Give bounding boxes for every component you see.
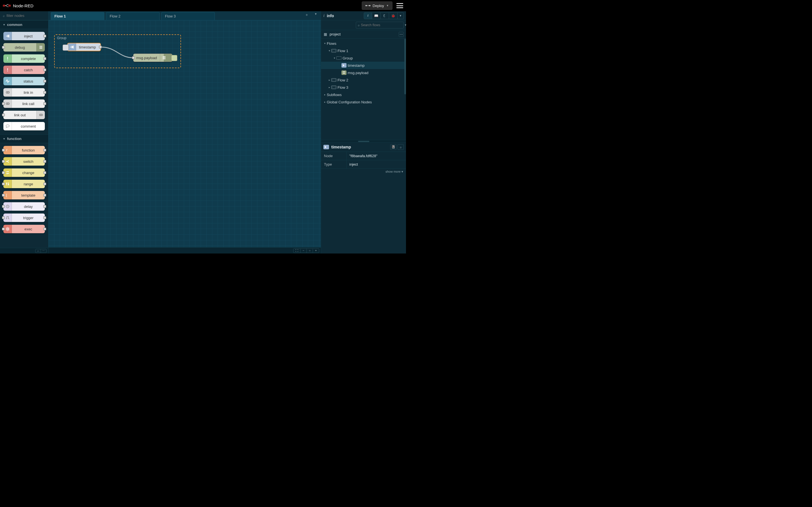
port-icon[interactable] [132,56,135,59]
tab-flow-2[interactable]: Flow 2 [106,12,160,20]
port-icon [2,102,5,105]
prop-val-type: inject [347,160,406,168]
palette-node-function[interactable]: f function [3,146,45,154]
link-icon [3,88,12,97]
svg-rect-12 [7,71,8,71]
sidebar-split-handle[interactable] [321,140,406,142]
bars-icon [36,43,45,52]
palette-collapse-up-button[interactable]: ︿ [35,249,41,253]
palette-node-trigger[interactable]: trigger [3,214,45,222]
arrow-in-icon [68,43,76,51]
palette-node-complete[interactable]: complete [3,54,45,63]
tree-flow-1[interactable]: ▾ Flow 1 [321,47,406,54]
sidebar-tab-debug[interactable]: 🐞 [389,12,398,19]
caret-right-icon: ▸ [327,78,331,81]
palette-node-exec[interactable]: exec [3,225,45,233]
node-search-button[interactable]: ⌕ [398,144,404,150]
tree-flow-3[interactable]: ▸ Flow 3 [321,83,406,91]
palette-node-switch[interactable]: switch [3,157,45,166]
debug-toggle-button[interactable] [171,55,177,61]
sidebar-tab-history[interactable] [380,12,389,19]
canvas-node-debug[interactable]: msg.payload [133,54,172,62]
flow-menu-button[interactable]: ▼ [313,12,319,17]
app-logo: Node-RED [3,3,34,8]
sidebar-tab-more[interactable]: ▼ [398,12,404,19]
tree-node-debug[interactable]: msg.payload [321,69,406,76]
svg-rect-1 [8,5,11,7]
bang-icon [3,54,12,63]
palette-node-delay[interactable]: delay [3,202,45,211]
palette-node-debug[interactable]: debug [3,43,45,52]
palette-node-change[interactable]: change [3,168,45,177]
app-name: Node-RED [13,3,34,8]
navigator-button[interactable]: ⛶ [293,248,301,253]
port-icon [2,114,5,116]
node-notebook-button[interactable]: 📓 [390,144,396,150]
palette-node-link-call[interactable]: link call [3,100,45,108]
svg-line-33 [8,230,9,231]
palette-node-status[interactable]: status [3,77,45,86]
palette-node-range[interactable]: range [3,180,45,188]
caret-down-icon: ▼ [404,24,407,26]
svg-point-19 [6,125,9,127]
flow-icon [331,78,336,82]
tree-global-config[interactable]: ▸ Global Configuration Nodes [321,98,406,106]
prop-val-node: "f8baeafa.fdf628" [347,152,406,160]
flow-group[interactable]: Group [54,34,181,68]
main-menu-button[interactable] [396,3,403,8]
caret-down-icon: ▾ [323,42,327,45]
link-icon [36,111,45,119]
tree-flows[interactable]: ▾ Flows [321,40,406,47]
palette-filter-input[interactable] [6,13,54,18]
tree-flow-2[interactable]: ▸ Flow 2 [321,76,406,83]
palette-node-template[interactable]: { template [3,191,45,200]
project-options-button[interactable]: ⋯ [399,32,404,37]
add-flow-button[interactable]: ＋ [304,12,310,17]
tree-subflows[interactable]: ▸ Subflows [321,91,406,98]
project-icon: ▦ [323,32,327,36]
svg-point-27 [7,228,8,230]
inject-trigger-button[interactable] [63,45,69,51]
port-icon[interactable] [99,46,102,48]
prop-key-node: Node [321,152,347,160]
tree-group[interactable]: ▾ Group [321,54,406,62]
port-icon [43,102,46,105]
canvas-node-timestamp[interactable]: timestamp [67,43,101,51]
svg-point-23 [6,183,7,184]
tab-flow-3[interactable]: Flow 3 [161,12,215,20]
zoom-out-button[interactable]: − [301,248,307,253]
palette-node-catch[interactable]: catch [3,66,45,74]
group-label: Group [57,36,66,40]
scrollbar[interactable] [404,39,406,94]
palette-node-link-in[interactable]: link in [3,88,45,97]
flow-icon [331,86,336,89]
sidebar-tab-help[interactable]: 📖 [372,12,380,19]
zoom-reset-button[interactable]: ○ [307,248,313,253]
tab-flow-1[interactable]: Flow 1 [51,12,104,20]
show-more-button[interactable]: show more ▾ [321,169,406,175]
tree-node-timestamp[interactable]: timestamp [321,62,406,69]
sidebar-search-input[interactable] [361,23,403,27]
svg-rect-2 [365,5,367,6]
debug-badge-icon [342,70,347,75]
palette-collapse-down-button[interactable]: ﹀ [41,249,47,253]
zoom-in-button[interactable]: + [313,248,319,253]
palette-node-link-out[interactable]: link out [3,111,45,119]
palette-category-common[interactable]: ▾ common [0,20,48,29]
palette-filter[interactable]: ⌕ [0,11,48,20]
deploy-button[interactable]: Deploy ▼ [362,1,393,10]
palette-category-function[interactable]: ▾ function [0,134,48,143]
pulse-icon [3,77,12,86]
bars-icon [160,54,168,62]
sidebar-search[interactable]: ⌕ ▼ [356,22,404,29]
svg-rect-0 [3,5,5,7]
palette-node-comment[interactable]: comment [3,122,45,130]
sidebar-tab-info[interactable]: i [364,12,372,19]
inject-badge-icon [323,145,329,149]
deploy-icon [365,4,370,7]
palette-node-inject[interactable]: inject [3,32,45,40]
flow-canvas[interactable]: Group timestamp msg.payload [49,20,321,247]
search-icon: ⌕ [358,23,360,27]
port-icon [43,35,46,38]
port-icon [43,57,46,60]
